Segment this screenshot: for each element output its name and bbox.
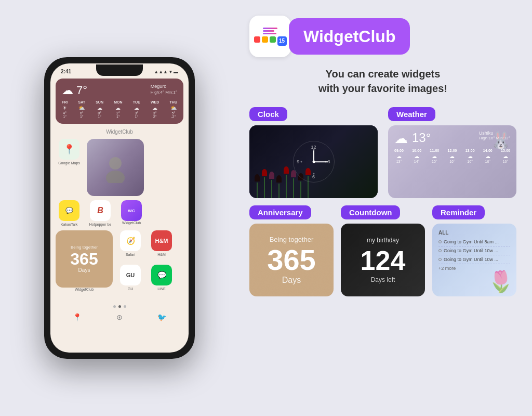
- countdown-label: my birthday: [361, 237, 406, 244]
- countdown-tag: Countdown: [341, 205, 400, 219]
- logo-line-3: [263, 33, 276, 34]
- svg-point-1: [106, 171, 125, 183]
- anniversary-tag: Anniversary: [249, 205, 311, 219]
- weather-top-row: ☁ 13° Ushiku High:16° Min:12°: [394, 131, 510, 147]
- clock-face: 12 3 6 9: [293, 141, 335, 183]
- phone-bottom-tabs: 📍 ⊛ 🐦: [50, 310, 189, 323]
- kakao-label: KakaoTalk: [61, 223, 77, 226]
- logo-number: 15: [277, 36, 287, 46]
- weather-temp-large: 13°: [412, 131, 431, 145]
- flowers-decoration: 🌷: [488, 269, 514, 294]
- hm-icon: H&M: [151, 230, 172, 251]
- logo-lines: [263, 28, 277, 34]
- app-widgetclub[interactable]: WC WidgetClub: [118, 200, 145, 225]
- safari-label: Safari: [126, 253, 135, 256]
- app-logo: 15: [249, 16, 291, 57]
- countdown-preview: my birthday 124 Days left: [341, 224, 425, 296]
- phone-weather-temp: 7°: [76, 84, 87, 97]
- app-name-text: WidgetClub: [303, 27, 395, 46]
- hotpepper-icon: B: [90, 200, 111, 221]
- app-hotpepper[interactable]: B Hotpepper be: [87, 200, 114, 226]
- phone-mockup-panel: 2:41 ▲▲▲ ▾ ▬ ☁ 7° Meguro: [0, 0, 239, 416]
- reminder-section: Reminder 🌷 ALL Going to Gym Until 8am ..…: [432, 205, 516, 296]
- gu-label: GU: [128, 287, 134, 291]
- app-maps[interactable]: 📍 Google Maps: [56, 139, 83, 165]
- weather-right-info: Ushiku High:16° Min:12°: [479, 131, 510, 140]
- weather-forecast-row: 09:00☁13° 10:00☁14° 11:00☁15° 12:00☁16° …: [394, 149, 510, 163]
- app-hm[interactable]: H&M H&M: [148, 230, 175, 256]
- reminder-item-3: Going to Gym Until 10w ...: [438, 255, 510, 264]
- logo-dot-green: [270, 36, 276, 43]
- app-line[interactable]: 💬 LINE: [148, 265, 175, 291]
- phone-widgetclub-label: WidgetClub: [56, 129, 183, 135]
- analog-clock: 12 3 6 9: [293, 141, 335, 183]
- countdown-number: 124: [361, 247, 406, 274]
- hm-label: H&M: [157, 253, 166, 256]
- phone-anni-days-label: Days: [78, 267, 90, 273]
- app-kakao[interactable]: 💬 KakaoTalk: [56, 200, 83, 226]
- sub-app-row-2: GU GU 💬 LINE: [117, 265, 175, 291]
- person-silhouette: [100, 152, 131, 183]
- safari-icon: 🧭: [120, 230, 141, 251]
- app-row-1: 📍 Google Maps: [56, 139, 183, 196]
- reminder-dot-2: [438, 249, 442, 252]
- bottom-widget-row: Anniversary Being together 365 Days Coun…: [249, 205, 516, 296]
- anni-number: 365: [267, 245, 315, 275]
- side-app-column: 🧭 Safari H&M H&M GU GU: [117, 230, 175, 295]
- sub-app-row-1: 🧭 Safari H&M H&M: [117, 230, 175, 256]
- weather-preview: 🐰 ☁ 13° Ushiku High:16° Min:12° 09:: [388, 125, 516, 198]
- line-label: LINE: [157, 287, 166, 291]
- anniversary-preview: Being together 365 Days: [249, 224, 334, 296]
- weather-widget-section: Weather 🐰 ☁ 13° Ushiku High:16° Min:12°: [388, 107, 516, 198]
- maps-icon: 📍: [59, 139, 79, 160]
- reminder-all-label: ALL: [438, 230, 510, 236]
- clock-num-6: 6: [312, 174, 315, 179]
- anni-days-text: Days: [267, 276, 315, 285]
- clock-center-dot: [312, 161, 315, 163]
- battery-icon: ▬: [174, 69, 178, 74]
- phone-weather-location: Meguro: [151, 84, 177, 89]
- widgetclub-phone-label: WidgetClub: [122, 221, 141, 225]
- anni-together-label: Being together: [267, 236, 315, 243]
- gu-icon: GU: [120, 265, 141, 285]
- app-gu[interactable]: GU GU: [117, 265, 144, 291]
- minute-hand: [314, 161, 328, 162]
- countdown-days-left: Days left: [361, 276, 406, 283]
- phone-weather-widget: ☁ 7° Meguro High:4° Min:1° FRI☀4°1° SAT⛅…: [56, 79, 183, 124]
- weather-location: Ushiku: [479, 131, 510, 136]
- tab-bird-icon: 🐦: [157, 313, 166, 321]
- logo-dot-red: [254, 36, 260, 43]
- page-dots: [50, 305, 189, 308]
- phone-weather-hilow: High:4° Min:1°: [151, 90, 177, 95]
- clock-widget-section: Clock 12 3 6: [249, 107, 378, 198]
- app-safari[interactable]: 🧭 Safari: [117, 230, 144, 256]
- right-panel: 15 WidgetClub You can create widgets wit…: [239, 0, 532, 416]
- reminder-dot-1: [438, 240, 442, 243]
- logo-dot-yellow: [262, 36, 268, 43]
- tagline: You can create widgets with your favorit…: [249, 67, 516, 96]
- weather-tag: Weather: [388, 107, 435, 121]
- wifi-icon: ▾: [169, 69, 172, 74]
- app-name-block: WidgetClub: [289, 18, 410, 55]
- phone-content: ☁ 7° Meguro High:4° Min:1° FRI☀4°1° SAT⛅…: [50, 76, 189, 301]
- tab-location-icon: 📍: [73, 313, 82, 321]
- reminder-item-2: Going to Gym Until 10w ...: [438, 246, 510, 255]
- reminder-dot-3: [438, 258, 442, 261]
- clock-dot-3: [301, 161, 302, 163]
- app-row-2: 💬 KakaoTalk B Hotpepper be WC WidgetClub: [56, 200, 183, 226]
- app-row-3: Being together 365 Days WidgetClub 🧭 Saf…: [56, 230, 183, 295]
- widgetclub-phone-icon: WC: [121, 200, 142, 221]
- line-icon: 💬: [151, 265, 172, 285]
- phone-anni-app-label: WidgetClub: [75, 288, 94, 291]
- tagline-line2: with your favorite images!: [318, 83, 447, 94]
- reminder-preview: 🌷 ALL Going to Gym Until 8am ... Going t…: [432, 224, 516, 296]
- phone-anni-label: Being together: [71, 245, 98, 250]
- logo-line-1: [263, 28, 277, 29]
- svg-point-0: [109, 157, 122, 170]
- phone-screen: 2:41 ▲▲▲ ▾ ▬ ☁ 7° Meguro: [50, 63, 189, 353]
- signal-icon: ▲▲▲: [154, 69, 168, 74]
- phone-frame: 2:41 ▲▲▲ ▾ ▬ ☁ 7° Meguro: [44, 57, 195, 359]
- clock-num-9: 9: [297, 159, 299, 164]
- photo-widget: [87, 139, 144, 196]
- kakao-icon: 💬: [59, 200, 79, 221]
